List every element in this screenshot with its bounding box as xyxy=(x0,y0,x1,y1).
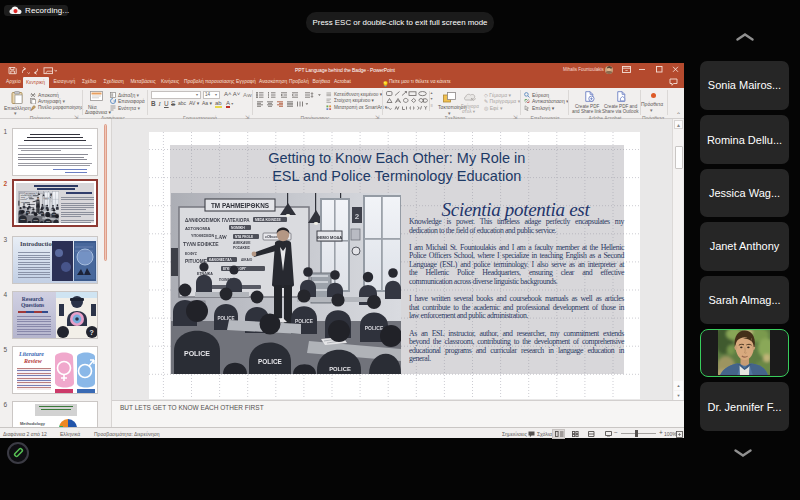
svg-text:?: ? xyxy=(90,329,94,336)
